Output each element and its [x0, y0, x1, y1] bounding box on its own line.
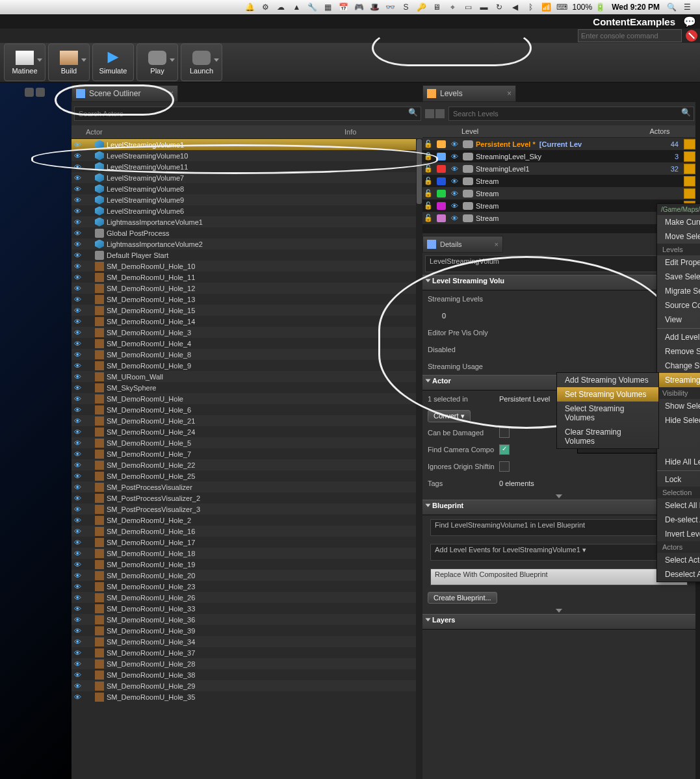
lock-icon[interactable]: 🔓 — [422, 201, 434, 210]
actor-row[interactable]: 👁SM_DemoRoomU_Hole_16 — [71, 526, 422, 537]
battery-icon[interactable]: 🔋 — [594, 1, 606, 13]
actor-row[interactable]: 👁LevelStreamingVolume1 — [71, 139, 422, 150]
visibility-icon[interactable]: 👁 — [448, 165, 460, 173]
gear-icon[interactable]: ⚙ — [259, 1, 271, 13]
ctx-edit-properties[interactable]: Edit Properties — [657, 255, 700, 270]
find-bp-button[interactable]: Find LevelStreamingVolume1 in Level Blue… — [430, 519, 688, 536]
visibility-icon[interactable]: 👁 — [71, 185, 83, 193]
visibility-icon[interactable]: 👁 — [71, 550, 83, 557]
ctx-source-control[interactable]: Source Control — [657, 298, 700, 313]
actor-row[interactable]: 👁LevelStreamingVolume9 — [71, 194, 422, 205]
level-row[interactable]: 🔓👁StreamingLevel_Sky3 — [422, 150, 695, 162]
visibility-icon[interactable]: 👁 — [71, 285, 83, 292]
ctx-select-all[interactable]: Select All Levels — [657, 498, 700, 513]
visibility-icon[interactable]: 👁 — [71, 207, 83, 215]
simulate-button[interactable]: Simulate — [92, 44, 134, 81]
ctx-streaming-volumes[interactable]: Streaming Volumes — [657, 373, 700, 387]
ctx-move-actors[interactable]: Move Selected Actors to Level — [657, 229, 700, 244]
visibility-icon[interactable]: 👁 — [71, 240, 83, 248]
cal-icon[interactable]: 📅 — [337, 1, 349, 13]
save-icon[interactable] — [684, 188, 695, 199]
lock-icon[interactable]: 🔓 — [422, 152, 434, 160]
visibility-icon[interactable]: 👁 — [71, 351, 83, 359]
actor-row[interactable]: 👁Default Player Start — [71, 249, 422, 261]
ctx-save-selected[interactable]: Save Selected Levels — [657, 270, 700, 284]
levels-tab[interactable]: Levels × — [422, 85, 516, 102]
levels-btn1[interactable] — [425, 109, 434, 118]
notif-icon[interactable]: 🔔 — [244, 1, 255, 13]
visibility-icon[interactable]: 👁 — [71, 439, 83, 447]
visibility-icon[interactable]: 👁 — [71, 572, 83, 580]
actor-row[interactable]: 👁LevelStreamingVolume11 — [71, 161, 422, 172]
hat-icon[interactable]: 🎩 — [369, 1, 380, 13]
visibility-icon[interactable]: 👁 — [71, 373, 83, 381]
details-tab[interactable]: Details× — [422, 236, 503, 253]
actor-row[interactable]: 👁SM_DemoRoomU_Hole_7 — [71, 448, 422, 459]
actor-row[interactable]: 👁SM_DemoRoomU_Hole_39 — [71, 625, 422, 636]
visibility-icon[interactable]: 👁 — [71, 649, 83, 657]
actor-row[interactable]: 👁SM_DemoRoomU_Hole_9 — [71, 360, 422, 371]
level-color[interactable] — [437, 140, 446, 148]
col-actors[interactable]: Actors — [637, 127, 682, 135]
visibility-icon[interactable]: 👁 — [71, 483, 83, 491]
ctx-make-current[interactable]: Make CurrentEnter — [657, 215, 700, 229]
vp-control-1[interactable] — [25, 88, 34, 97]
visibility-icon[interactable]: 👁 — [71, 682, 83, 690]
actor-row[interactable]: 👁SM_DemoRoomU_Hole_24 — [71, 426, 422, 437]
actor-row[interactable]: 👁SM_DemoRoomU_Hole_36 — [71, 614, 422, 625]
actor-row[interactable]: 👁SM_SkySphere — [71, 382, 422, 393]
actor-row[interactable]: 👁Global PostProcess — [71, 227, 422, 238]
actor-row[interactable]: 👁SM_DemoRoomU_Hole_38 — [71, 669, 422, 680]
visibility-icon[interactable]: 👁 — [71, 539, 83, 546]
search-icon[interactable]: 🔍 — [408, 108, 420, 120]
visibility-icon[interactable]: 👁 — [71, 196, 83, 204]
visibility-icon[interactable]: 👁 — [71, 340, 83, 348]
ctx-lock[interactable]: Lock — [657, 472, 700, 487]
visibility-icon[interactable]: 👁 — [71, 362, 83, 370]
level-color[interactable] — [437, 177, 446, 185]
close-details-icon[interactable]: × — [495, 240, 499, 248]
ctx-add-streaming-vols[interactable]: Add Streaming Volumes — [557, 373, 658, 387]
level-row[interactable]: 🔓👁Persistent Level * [Current Lev44 — [422, 138, 695, 150]
actor-row[interactable]: 👁SM_DemoRoomU_Hole_5 — [71, 437, 422, 448]
scrollbar[interactable] — [416, 139, 422, 779]
visibility-icon[interactable]: 👁 — [71, 251, 83, 259]
visibility-icon[interactable]: 👁 — [71, 505, 83, 513]
actor-row[interactable]: 👁LevelStreamingVolume6 — [71, 205, 422, 216]
visibility-icon[interactable]: 👁 — [71, 638, 83, 646]
ctx-deselect-actors[interactable]: Deselect Actors in Levels — [657, 567, 700, 581]
actor-row[interactable]: 👁SM_URoom_Wall — [71, 371, 422, 382]
visibility-icon[interactable]: 👁 — [71, 693, 83, 701]
actor-row[interactable]: 👁LightmassImportanceVolume2 — [71, 238, 422, 249]
visibility-icon[interactable]: 👁 — [71, 318, 83, 326]
visibility-icon[interactable]: 👁 — [71, 274, 83, 281]
ctx-show-selected[interactable]: Show Selected Levels — [657, 399, 700, 413]
search-icon[interactable]: 🔍 — [666, 1, 677, 13]
lock-icon[interactable]: 🔓 — [422, 140, 434, 148]
actor-row[interactable]: 👁SM_PostProcessVisualizer_2 — [71, 492, 422, 504]
visibility-icon[interactable]: 👁 — [448, 177, 460, 185]
ctx-select-streaming-vols[interactable]: Select Streaming Volumes — [557, 402, 658, 425]
chat-icon[interactable]: 💬 — [683, 16, 696, 28]
actor-row[interactable]: 👁LevelStreamingVolume8 — [71, 183, 422, 194]
search-icon[interactable]: 🔍 — [681, 108, 693, 120]
actor-row[interactable]: 👁SM_DemoRoomU_Hole_25 — [71, 470, 422, 481]
col-actor[interactable]: Actor — [71, 128, 344, 136]
ctx-invert[interactable]: Invert Level Selection — [657, 527, 700, 541]
actor-row[interactable]: 👁SM_DemoRoomU_Hole_19 — [71, 559, 422, 570]
ctx-change-method[interactable]: Change Streaming Method — [657, 359, 700, 373]
vol-icon[interactable]: ◀ — [509, 1, 521, 13]
actor-row[interactable]: 👁LevelStreamingVolume7 — [71, 172, 422, 183]
section-layers[interactable]: Layers — [422, 614, 695, 630]
visibility-icon[interactable]: 👁 — [71, 262, 83, 270]
level-row[interactable]: 🔓👁Stream — [422, 199, 695, 212]
lock-icon[interactable]: 🔓 — [422, 214, 434, 222]
batt-icon[interactable]: ▬ — [478, 1, 489, 13]
actor-row[interactable]: 👁SM_DemoRoomU_Hole_18 — [71, 548, 422, 559]
actor-row[interactable]: 👁SM_DemoRoomU_Hole_29 — [71, 680, 422, 691]
visibility-icon[interactable]: 👁 — [71, 561, 83, 568]
lock-icon[interactable]: 🔓 — [422, 164, 434, 173]
s-icon[interactable]: S — [400, 1, 411, 13]
visibility-icon[interactable]: 👁 — [71, 307, 83, 314]
actor-row[interactable]: 👁LevelStreamingVolume10 — [71, 150, 422, 161]
